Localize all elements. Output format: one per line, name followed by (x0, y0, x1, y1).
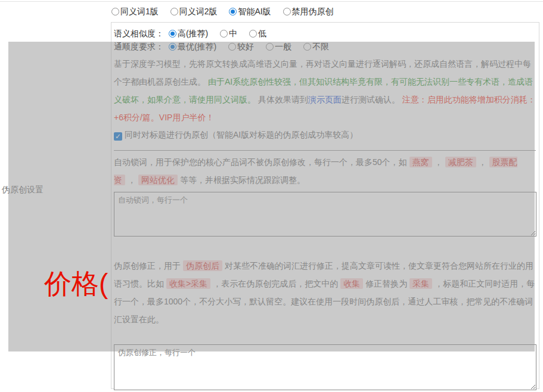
radio-icon[interactable] (228, 43, 236, 51)
correction-seg: ，表示在伪原创完成后，把文中的 (213, 279, 338, 288)
radio-fluency-normal[interactable]: 一般 (266, 42, 291, 52)
radio-selected-icon[interactable] (169, 30, 176, 38)
title-pseudo-label: 同时对标题进行伪原创（智能AI版对标题的伪原创成功率较高） (125, 130, 358, 139)
lock-words-textarea[interactable] (114, 192, 536, 237)
fluency-label: 通顺度要求： (114, 42, 164, 51)
radio-fluency-good[interactable]: 较好 (228, 42, 254, 52)
semantic-similarity-row: 语义相似度： 高(推荐) 中 低 (114, 23, 536, 38)
correction-seg: 修正替换为 (365, 279, 407, 288)
radio-icon[interactable] (283, 8, 291, 15)
radio-icon[interactable] (220, 30, 228, 38)
ai-desc-demo-pre: 具体效果请到 (258, 95, 308, 104)
settings-panel: 语义相似度： 高(推荐) 中 低 通顺度要求： 最优(推荐) 较好 一般 不限 … (111, 22, 539, 389)
radio-label: 低 (258, 29, 266, 38)
radio-label: 最优(推荐) (178, 42, 216, 51)
separator: ， (435, 157, 443, 167)
version-radio-group: 同义词1版 同义词2版 智能AI版 禁用伪原创 (0, 1, 543, 21)
lock-words-after: 等等，并根据实际情况跟踪调整。 (180, 175, 305, 185)
radio-synonym-v1[interactable]: 同义词1版 (111, 7, 159, 17)
radio-icon[interactable] (249, 30, 257, 38)
separator: ， (479, 157, 487, 167)
radio-icon[interactable] (170, 8, 178, 15)
radio-icon[interactable] (303, 43, 311, 51)
radio-selected-icon[interactable] (169, 43, 176, 51)
lock-words-description: 自动锁词，用于保护您的核心产品词不被伪原创修改，每行一个，最多50个，如燕窝，减… (114, 153, 536, 189)
radio-similarity-mid[interactable]: 中 (220, 29, 237, 39)
radio-fluency-best[interactable]: 最优(推荐) (169, 42, 216, 52)
radio-icon[interactable] (111, 8, 119, 15)
pseudo-original-settings-page: 同义词1版 同义词2版 智能AI版 禁用伪原创 语义相似度： 高(推荐) 中 低… (0, 1, 543, 392)
title-pseudo-row: ✓同时对标题进行伪原创（智能AI版对标题的伪原创成功率较高） (114, 130, 536, 143)
radio-smart-ai[interactable]: 智能AI版 (229, 7, 271, 17)
radio-selected-icon[interactable] (229, 8, 237, 15)
title-pseudo-checkbox[interactable]: ✓ (114, 132, 122, 141)
ai-description: 基于深度学习模型，先将原文转换成高维语义向量，再对语义向量进行逐词解码，还原成自… (114, 55, 536, 126)
price-overlay-text: 价格( (44, 266, 108, 303)
radio-label: 禁用伪原创 (292, 7, 334, 16)
fluency-row: 通顺度要求： 最优(推荐) 较好 一般 不限 (114, 38, 536, 54)
radio-synonym-v2[interactable]: 同义词2版 (170, 7, 218, 17)
correction-example: 伪原创后 (183, 260, 222, 271)
correction-example: 收集 (340, 278, 363, 289)
radio-icon[interactable] (266, 43, 274, 51)
radio-fluency-unlimited[interactable]: 不限 (303, 42, 329, 52)
section-divider (114, 150, 536, 151)
separator: ， (128, 175, 136, 185)
radio-label: 较好 (237, 42, 254, 51)
radio-label: 一般 (275, 42, 291, 51)
lock-word-example: 燕窝 (409, 157, 432, 167)
radio-label: 同义词1版 (120, 7, 159, 16)
radio-similarity-low[interactable]: 低 (249, 29, 266, 39)
radio-label: 中 (229, 29, 237, 38)
correction-seg: 伪原创修正，用于 (114, 261, 181, 270)
correction-textarea[interactable] (114, 344, 536, 390)
ai-desc-demo-post: 进行测试确认。 (342, 95, 402, 104)
lock-word-example: 网站优化 (138, 175, 178, 185)
semantic-similarity-label: 语义相似度： (114, 29, 164, 38)
radio-label: 不限 (312, 42, 329, 51)
lock-words-before: 自动锁词，用于保护您的核心产品词不被伪原创修改，每行一个，最多50个，如 (114, 157, 407, 167)
radio-label: 智能AI版 (238, 7, 271, 16)
radio-label: 高(推荐) (178, 29, 208, 38)
row-label-pseudo-settings: 伪原创设置 (2, 185, 44, 195)
correction-example: 收集>采集 (166, 278, 210, 289)
radio-disable-pseudo[interactable]: 禁用伪原创 (283, 7, 334, 17)
correction-example: 采集 (409, 278, 432, 289)
lock-word-example: 减肥茶 (445, 157, 476, 167)
radio-label: 同义词2版 (179, 7, 218, 16)
demo-page-link[interactable]: 演示页面 (308, 95, 342, 104)
correction-description: 伪原创修正，用于伪原创后对某些不准确的词汇进行修正，提高文章可读性，使文章更符合… (114, 257, 536, 328)
radio-similarity-high[interactable]: 高(推荐) (169, 29, 208, 39)
